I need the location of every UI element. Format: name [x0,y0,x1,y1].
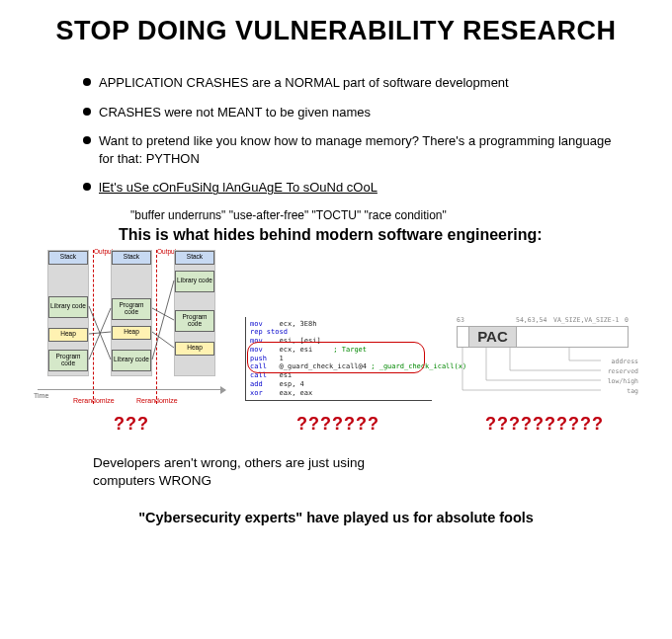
asm-op: add [250,380,263,388]
asm-args: esi [280,371,293,379]
bullet-item: Want to pretend like you know how to man… [83,132,613,167]
seg-program: Program code [112,298,151,320]
asm-args: esi, [esi] [280,337,321,345]
asm-args: esp, 4 [280,380,304,388]
question-marks: ??? [114,414,149,435]
lead-label: low/high [608,377,638,385]
asm-op: call [250,371,267,379]
leader-lines-icon [451,314,638,403]
bullet-item: lEt's uSe cOnFuSiNg lAnGuAgE To sOuNd cO… [83,179,613,197]
rerandomization-diagram: Output Output Stack Library code Heap Pr… [38,250,225,408]
memory-column: Stack Library code Program code Heap [174,250,215,376]
bullet-item: APPLICATION CRASHES are a NORMAL part of… [83,74,613,92]
pac-pointer-diagram: 63 54,63,54 VA_SIZE,VA_SIZE-1 0 PAC [451,314,638,408]
outro-line-1: Developers aren't wrong, others are just… [93,454,389,490]
asm-op: call [250,362,267,370]
seg-stack: Stack [112,251,151,265]
bullet-item: CRASHES were not MEANT to be given names [83,104,613,121]
meme-slide: STOP DOING VULNERABILITY RESEARCH APPLIC… [0,0,672,639]
seg-library: Library code [112,350,151,371]
bullet-list: APPLICATION CRASHES are a NORMAL part of… [28,74,644,197]
seg-stack: Stack [175,251,214,265]
sub-heading: This is what hides behind modern softwar… [119,226,644,244]
diagram-row: Output Output Stack Library code Heap Pr… [38,250,644,435]
asm-op: xor [250,389,263,397]
lead-label: tag [627,387,638,395]
rerandomize-divider [156,250,157,404]
asm-args: @_guard_check_icall@4 [280,362,368,370]
seg-stack: Stack [48,251,88,265]
seg-program: Program code [175,310,214,332]
lead-label: reserved [608,367,638,375]
asm-op: mov [250,320,263,328]
seg-heap: Heap [112,326,151,340]
mocking-text: lEt's uSe cOnFuSiNg lAnGuAgE To sOuNd cO… [99,180,378,195]
asm-op: mov [250,337,263,345]
question-marks: ?????????? [485,414,604,435]
page-title: STOP DOING VULNERABILITY RESEARCH [28,16,644,46]
asm-args: eax, eax [280,389,313,397]
seg-heap: Heap [175,342,214,356]
jargon-quotes: "buffer underruns" "use-after-free" "TOC… [130,208,644,222]
asm-args: ecx, 3E8h [280,320,317,328]
lead-label: address [612,358,638,365]
diagram-3-col: 63 54,63,54 VA_SIZE,VA_SIZE-1 0 PAC [451,314,638,435]
memory-column: Stack Library code Heap Program code [47,250,89,376]
seg-library: Library code [48,296,88,318]
seg-program: Program code [48,350,88,371]
rerandomize-label: Rerandomize [136,397,178,404]
assembly-listing: mov ecx, 3E8h rep stosd mov esi, [esi] m… [245,317,432,402]
asm-op: mov [250,346,263,354]
outro-line-2: "Cybersecurity experts" have played us f… [28,510,644,525]
diagram-2-col: mov ecx, 3E8h rep stosd mov esi, [esi] m… [245,311,431,435]
rerandomize-divider [93,250,94,404]
assembly-diagram: mov ecx, 3E8h rep stosd mov esi, [esi] m… [245,311,431,408]
asm-op: push [250,355,267,362]
asm-args: 1 [280,355,284,362]
asm-op: rep stosd [250,328,288,336]
time-axis [38,389,225,390]
asm-args: ecx, esi [280,346,313,354]
asm-comment: ; Target [333,346,367,354]
question-marks: ??????? [296,414,379,435]
seg-library: Library code [175,271,214,292]
rerandomize-label: Rerandomize [73,397,115,404]
memory-column: Stack Program code Heap Library code [111,250,152,376]
diagram-1-col: Output Output Stack Library code Heap Pr… [38,250,225,435]
seg-heap: Heap [48,328,88,342]
time-label: Time [34,392,48,399]
